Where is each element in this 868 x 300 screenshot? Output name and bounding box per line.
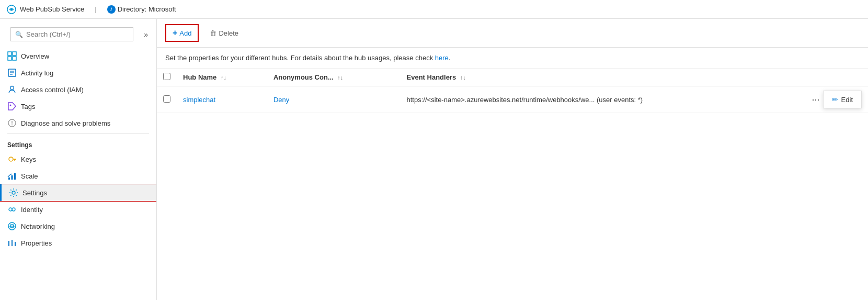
anon-connect-sort-icon: ↑↓ [337, 74, 343, 81]
sidebar-item-networking-label: Networking [21, 223, 55, 230]
context-menu[interactable]: ✏ Edit [823, 91, 862, 108]
collapse-button[interactable]: » [141, 29, 151, 40]
search-box[interactable]: 🔍 [10, 27, 133, 41]
svg-rect-20 [12, 175, 13, 180]
sidebar-item-keys[interactable]: Keys [0, 151, 156, 168]
hub-name-cell: simplechat [177, 86, 267, 113]
sidebar-item-settings[interactable]: Settings [0, 184, 156, 201]
sidebar-item-properties-label: Properties [21, 239, 52, 247]
directory-label: Directory: Microsoft [118, 5, 176, 13]
info-icon: i [107, 5, 116, 14]
sidebar-item-identity-label: Identity [21, 206, 43, 214]
svg-point-24 [12, 191, 15, 194]
settings-section-label: Settings [0, 136, 156, 151]
add-button[interactable]: + Add [165, 24, 199, 42]
svg-rect-4 [8, 57, 12, 60]
service-icon [6, 4, 17, 15]
svg-rect-21 [14, 173, 16, 180]
delete-button-label: Delete [219, 29, 238, 37]
table-header-row: Hub Name ↑↓ Anonymous Con... ↑↓ Event Ha… [157, 69, 868, 86]
svg-rect-2 [8, 52, 12, 55]
edit-label: Edit [841, 96, 853, 104]
sidebar: 🔍 » Overview Activity log Access control… [0, 19, 157, 300]
activity-log-icon [7, 68, 17, 77]
service-title: Web PubSub Service [6, 4, 84, 15]
anon-connect-cell: Deny [267, 86, 401, 113]
hub-name-header-label: Hub Name [183, 73, 216, 81]
properties-icon [7, 238, 17, 248]
delete-button[interactable]: 🗑 Delete [203, 26, 245, 41]
description-link[interactable]: here [435, 54, 449, 62]
sidebar-item-diagnose[interactable]: Diagnose and solve problems [0, 115, 156, 131]
svg-line-22 [8, 175, 10, 177]
row-checkbox-cell [157, 86, 177, 113]
toolbar: + Add 🗑 Delete [157, 19, 868, 48]
svg-point-10 [10, 86, 14, 90]
edit-icon: ✏ [832, 95, 838, 104]
hub-name-link[interactable]: simplechat [183, 96, 215, 104]
select-all-checkbox[interactable] [163, 73, 170, 80]
sidebar-item-properties[interactable]: Properties [0, 235, 156, 251]
table-row: simplechat Deny https://<site-name>.azur… [157, 86, 868, 113]
sidebar-item-iam[interactable]: Access control (IAM) [0, 81, 156, 98]
svg-point-26 [12, 208, 15, 211]
sidebar-item-scale[interactable]: Scale [0, 168, 156, 184]
description-text-before: Set the properties for your different hu… [165, 54, 435, 62]
description-text-after: . [449, 54, 451, 62]
identity-icon [7, 205, 17, 214]
sidebar-item-overview[interactable]: Overview [0, 48, 156, 64]
event-handlers-sort-icon: ↑↓ [460, 74, 466, 81]
sidebar-item-networking[interactable]: Networking [0, 218, 156, 235]
main-layout: 🔍 » Overview Activity log Access control… [0, 19, 868, 300]
sidebar-item-tags[interactable]: Tags [0, 98, 156, 115]
dir-separator: | [95, 5, 96, 13]
search-input[interactable] [26, 30, 129, 38]
svg-rect-5 [13, 57, 16, 60]
anon-connect-value: Deny [273, 96, 289, 104]
event-handlers-header[interactable]: Event Handlers ↑↓ [401, 69, 803, 86]
search-icon: 🔍 [15, 31, 23, 38]
description-row: Set the properties for your different hu… [157, 48, 868, 69]
hub-name-header[interactable]: Hub Name ↑↓ [177, 69, 267, 86]
settings-icon [9, 188, 18, 197]
service-name-text: Web PubSub Service [20, 5, 84, 13]
settings-divider [7, 134, 149, 134]
networking-icon [7, 221, 17, 231]
svg-rect-3 [13, 52, 16, 55]
svg-point-11 [10, 105, 12, 106]
sidebar-item-overview-label: Overview [21, 52, 49, 60]
svg-point-1 [10, 8, 13, 10]
anon-connect-header[interactable]: Anonymous Con... ↑↓ [267, 69, 401, 86]
header-checkbox-col [157, 69, 177, 86]
row-actions-cell: ··· ✏ Edit [803, 86, 868, 113]
add-button-label: Add [179, 29, 191, 37]
sidebar-item-identity[interactable]: Identity [0, 201, 156, 218]
sidebar-item-tags-label: Tags [21, 103, 35, 110]
sidebar-item-keys-label: Keys [21, 155, 36, 163]
sidebar-item-activity-log[interactable]: Activity log [0, 64, 156, 81]
iam-icon [7, 85, 17, 94]
trash-icon: 🗑 [210, 29, 216, 37]
row-ellipsis-button[interactable]: ··· [809, 93, 823, 106]
row-actions: ··· ✏ Edit [809, 91, 862, 108]
sidebar-item-settings-label: Settings [22, 189, 47, 197]
event-handlers-value: https://<site-name>.azurewebsites.net/ru… [407, 96, 643, 104]
plus-icon: + [173, 28, 177, 38]
svg-line-23 [10, 174, 12, 175]
overview-icon [7, 51, 17, 61]
actions-header [803, 69, 868, 86]
scale-icon [7, 171, 17, 181]
sidebar-item-activity-log-label: Activity log [21, 69, 53, 77]
event-handlers-header-label: Event Handlers [407, 73, 456, 81]
svg-point-14 [12, 125, 13, 126]
diagnose-icon [7, 118, 17, 128]
keys-icon [7, 154, 17, 164]
event-handlers-cell: https://<site-name>.azurewebsites.net/ru… [401, 86, 803, 113]
row-checkbox[interactable] [163, 95, 170, 103]
directory-info: i Directory: Microsoft [107, 5, 176, 14]
hubs-table: Hub Name ↑↓ Anonymous Con... ↑↓ Event Ha… [157, 69, 868, 113]
tags-icon [7, 102, 17, 111]
hub-name-sort-icon: ↑↓ [221, 74, 226, 81]
anon-connect-header-label: Anonymous Con... [273, 73, 334, 81]
sidebar-item-scale-label: Scale [21, 172, 38, 180]
